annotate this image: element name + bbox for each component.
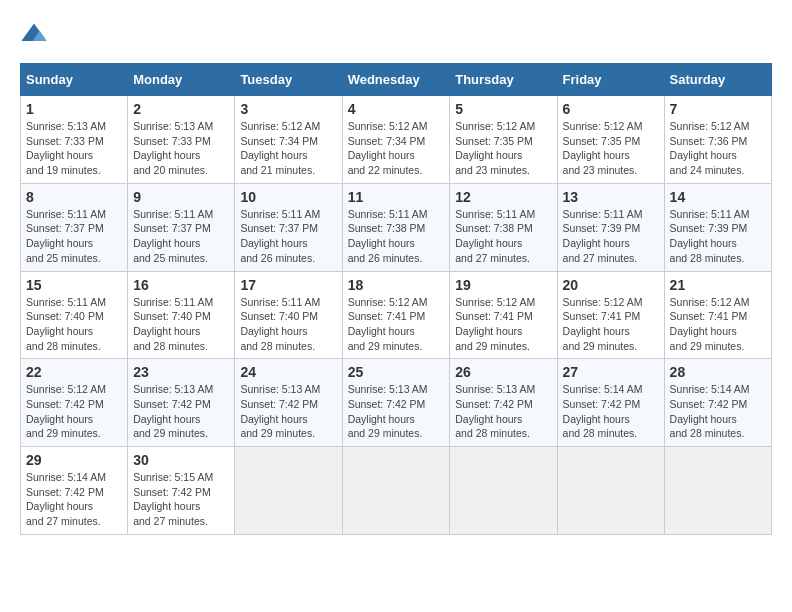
table-row: 28 Sunrise: 5:14 AM Sunset: 7:42 PM Dayl… (664, 359, 771, 447)
day-info: Sunrise: 5:11 AM Sunset: 7:39 PM Dayligh… (563, 207, 659, 266)
day-info: Sunrise: 5:15 AM Sunset: 7:42 PM Dayligh… (133, 470, 229, 529)
day-info: Sunrise: 5:13 AM Sunset: 7:33 PM Dayligh… (26, 119, 122, 178)
day-info: Sunrise: 5:11 AM Sunset: 7:40 PM Dayligh… (240, 295, 336, 354)
col-monday: Monday (128, 64, 235, 96)
day-info: Sunrise: 5:12 AM Sunset: 7:34 PM Dayligh… (240, 119, 336, 178)
day-info: Sunrise: 5:14 AM Sunset: 7:42 PM Dayligh… (670, 382, 766, 441)
day-number: 4 (348, 101, 445, 117)
calendar-week-row: 15 Sunrise: 5:11 AM Sunset: 7:40 PM Dayl… (21, 271, 772, 359)
table-row: 5 Sunrise: 5:12 AM Sunset: 7:35 PM Dayli… (450, 96, 557, 184)
day-info: Sunrise: 5:12 AM Sunset: 7:36 PM Dayligh… (670, 119, 766, 178)
day-number: 16 (133, 277, 229, 293)
day-info: Sunrise: 5:14 AM Sunset: 7:42 PM Dayligh… (563, 382, 659, 441)
day-number: 25 (348, 364, 445, 380)
day-info: Sunrise: 5:12 AM Sunset: 7:41 PM Dayligh… (455, 295, 551, 354)
table-row: 6 Sunrise: 5:12 AM Sunset: 7:35 PM Dayli… (557, 96, 664, 184)
col-sunday: Sunday (21, 64, 128, 96)
day-number: 8 (26, 189, 122, 205)
table-row: 3 Sunrise: 5:12 AM Sunset: 7:34 PM Dayli… (235, 96, 342, 184)
day-number: 14 (670, 189, 766, 205)
table-row: 25 Sunrise: 5:13 AM Sunset: 7:42 PM Dayl… (342, 359, 450, 447)
day-number: 9 (133, 189, 229, 205)
col-thursday: Thursday (450, 64, 557, 96)
table-row: 9 Sunrise: 5:11 AM Sunset: 7:37 PM Dayli… (128, 183, 235, 271)
day-info: Sunrise: 5:13 AM Sunset: 7:33 PM Dayligh… (133, 119, 229, 178)
day-info: Sunrise: 5:12 AM Sunset: 7:41 PM Dayligh… (670, 295, 766, 354)
page-header (20, 20, 772, 48)
table-row (342, 447, 450, 535)
table-row: 27 Sunrise: 5:14 AM Sunset: 7:42 PM Dayl… (557, 359, 664, 447)
day-number: 15 (26, 277, 122, 293)
calendar-header-row: Sunday Monday Tuesday Wednesday Thursday… (21, 64, 772, 96)
day-info: Sunrise: 5:11 AM Sunset: 7:39 PM Dayligh… (670, 207, 766, 266)
table-row: 11 Sunrise: 5:11 AM Sunset: 7:38 PM Dayl… (342, 183, 450, 271)
table-row: 12 Sunrise: 5:11 AM Sunset: 7:38 PM Dayl… (450, 183, 557, 271)
day-info: Sunrise: 5:12 AM Sunset: 7:35 PM Dayligh… (455, 119, 551, 178)
logo (20, 20, 52, 48)
day-number: 13 (563, 189, 659, 205)
table-row: 19 Sunrise: 5:12 AM Sunset: 7:41 PM Dayl… (450, 271, 557, 359)
table-row: 18 Sunrise: 5:12 AM Sunset: 7:41 PM Dayl… (342, 271, 450, 359)
day-info: Sunrise: 5:11 AM Sunset: 7:37 PM Dayligh… (26, 207, 122, 266)
col-friday: Friday (557, 64, 664, 96)
day-number: 22 (26, 364, 122, 380)
table-row: 13 Sunrise: 5:11 AM Sunset: 7:39 PM Dayl… (557, 183, 664, 271)
day-number: 26 (455, 364, 551, 380)
col-saturday: Saturday (664, 64, 771, 96)
table-row: 21 Sunrise: 5:12 AM Sunset: 7:41 PM Dayl… (664, 271, 771, 359)
day-number: 11 (348, 189, 445, 205)
day-info: Sunrise: 5:11 AM Sunset: 7:40 PM Dayligh… (26, 295, 122, 354)
table-row: 23 Sunrise: 5:13 AM Sunset: 7:42 PM Dayl… (128, 359, 235, 447)
col-tuesday: Tuesday (235, 64, 342, 96)
day-number: 12 (455, 189, 551, 205)
table-row: 16 Sunrise: 5:11 AM Sunset: 7:40 PM Dayl… (128, 271, 235, 359)
table-row: 1 Sunrise: 5:13 AM Sunset: 7:33 PM Dayli… (21, 96, 128, 184)
day-number: 3 (240, 101, 336, 117)
day-number: 19 (455, 277, 551, 293)
table-row (557, 447, 664, 535)
table-row: 2 Sunrise: 5:13 AM Sunset: 7:33 PM Dayli… (128, 96, 235, 184)
table-row (664, 447, 771, 535)
day-info: Sunrise: 5:11 AM Sunset: 7:37 PM Dayligh… (133, 207, 229, 266)
day-number: 6 (563, 101, 659, 117)
day-info: Sunrise: 5:11 AM Sunset: 7:38 PM Dayligh… (348, 207, 445, 266)
day-number: 21 (670, 277, 766, 293)
calendar-table: Sunday Monday Tuesday Wednesday Thursday… (20, 63, 772, 535)
day-number: 24 (240, 364, 336, 380)
day-number: 18 (348, 277, 445, 293)
table-row: 30 Sunrise: 5:15 AM Sunset: 7:42 PM Dayl… (128, 447, 235, 535)
day-info: Sunrise: 5:12 AM Sunset: 7:42 PM Dayligh… (26, 382, 122, 441)
day-number: 28 (670, 364, 766, 380)
day-number: 29 (26, 452, 122, 468)
day-info: Sunrise: 5:11 AM Sunset: 7:40 PM Dayligh… (133, 295, 229, 354)
table-row: 26 Sunrise: 5:13 AM Sunset: 7:42 PM Dayl… (450, 359, 557, 447)
table-row: 7 Sunrise: 5:12 AM Sunset: 7:36 PM Dayli… (664, 96, 771, 184)
table-row: 8 Sunrise: 5:11 AM Sunset: 7:37 PM Dayli… (21, 183, 128, 271)
table-row: 20 Sunrise: 5:12 AM Sunset: 7:41 PM Dayl… (557, 271, 664, 359)
day-number: 10 (240, 189, 336, 205)
calendar-week-row: 29 Sunrise: 5:14 AM Sunset: 7:42 PM Dayl… (21, 447, 772, 535)
table-row: 15 Sunrise: 5:11 AM Sunset: 7:40 PM Dayl… (21, 271, 128, 359)
day-number: 7 (670, 101, 766, 117)
day-info: Sunrise: 5:13 AM Sunset: 7:42 PM Dayligh… (455, 382, 551, 441)
day-info: Sunrise: 5:12 AM Sunset: 7:41 PM Dayligh… (563, 295, 659, 354)
day-number: 5 (455, 101, 551, 117)
day-info: Sunrise: 5:11 AM Sunset: 7:38 PM Dayligh… (455, 207, 551, 266)
table-row: 14 Sunrise: 5:11 AM Sunset: 7:39 PM Dayl… (664, 183, 771, 271)
day-info: Sunrise: 5:13 AM Sunset: 7:42 PM Dayligh… (133, 382, 229, 441)
table-row (450, 447, 557, 535)
calendar-week-row: 1 Sunrise: 5:13 AM Sunset: 7:33 PM Dayli… (21, 96, 772, 184)
table-row: 22 Sunrise: 5:12 AM Sunset: 7:42 PM Dayl… (21, 359, 128, 447)
day-info: Sunrise: 5:14 AM Sunset: 7:42 PM Dayligh… (26, 470, 122, 529)
day-number: 30 (133, 452, 229, 468)
day-info: Sunrise: 5:11 AM Sunset: 7:37 PM Dayligh… (240, 207, 336, 266)
day-info: Sunrise: 5:13 AM Sunset: 7:42 PM Dayligh… (240, 382, 336, 441)
table-row (235, 447, 342, 535)
table-row: 24 Sunrise: 5:13 AM Sunset: 7:42 PM Dayl… (235, 359, 342, 447)
day-number: 27 (563, 364, 659, 380)
day-number: 17 (240, 277, 336, 293)
table-row: 10 Sunrise: 5:11 AM Sunset: 7:37 PM Dayl… (235, 183, 342, 271)
day-info: Sunrise: 5:12 AM Sunset: 7:41 PM Dayligh… (348, 295, 445, 354)
table-row: 29 Sunrise: 5:14 AM Sunset: 7:42 PM Dayl… (21, 447, 128, 535)
col-wednesday: Wednesday (342, 64, 450, 96)
